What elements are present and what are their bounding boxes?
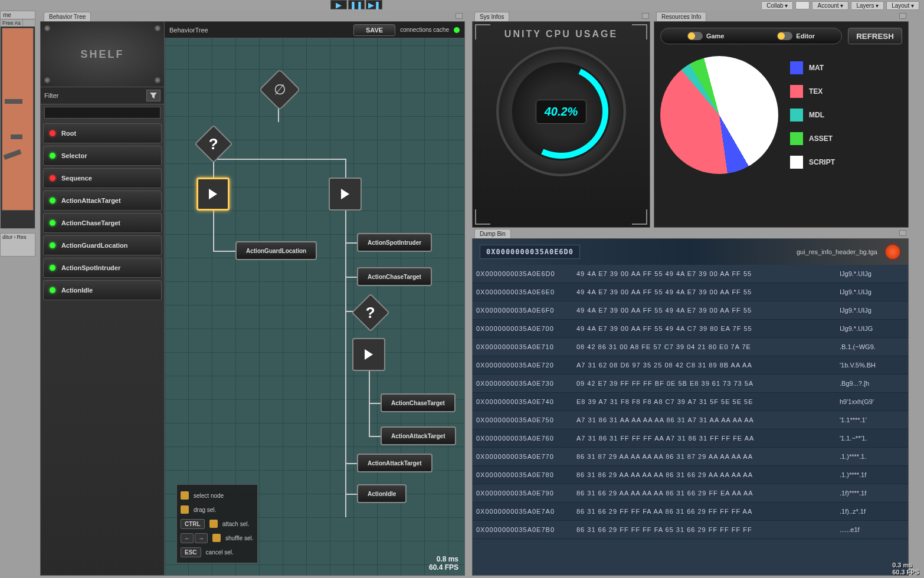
shelf-item-actionidle[interactable]: ActionIdle <box>43 280 162 300</box>
dump-addr: 0X0000000035A0E720 <box>476 362 571 369</box>
step-button[interactable]: ▶❚ <box>366 0 382 9</box>
mouse-drag-icon <box>181 505 189 514</box>
res-panel-menu[interactable] <box>899 13 906 19</box>
node-sequence-1[interactable] <box>196 178 230 211</box>
dump-row[interactable]: 0X0000000035A0E77086 31 87 29 AA AA AA A… <box>473 448 908 466</box>
account-menu[interactable]: Account ▾ <box>812 1 848 10</box>
shelf-item-label: ActionChaseTarget <box>61 219 120 226</box>
node-action-guard[interactable]: ActionGuardLocation <box>235 241 317 260</box>
node-action-spot[interactable]: ActionSpotIntruder <box>357 233 432 252</box>
legend-label: TEX <box>809 87 823 96</box>
filter-input[interactable] <box>44 107 160 119</box>
dump-rows[interactable]: 0X0000000035A0E6D049 4A E7 39 00 AA FF 5… <box>473 265 908 575</box>
dump-hex: 49 4A E7 39 00 AA FF 55 49 4A E7 39 00 A… <box>576 288 834 295</box>
shelf-item-label: Selector <box>61 152 87 159</box>
behavior-tree-tab[interactable]: Behavior Tree <box>44 12 91 21</box>
shelf-item-root[interactable]: Root <box>43 123 162 143</box>
bt-shelf: SHELF Filter RootSelectorSequenceActionA… <box>41 22 165 575</box>
dump-row[interactable]: 0X0000000035A0E71008 42 86 31 00 A8 FE 5… <box>473 338 908 356</box>
shelf-item-actionguardlocation[interactable]: ActionGuardLocation <box>43 235 162 255</box>
toggle-editor[interactable]: Editor <box>777 32 815 40</box>
dump-hex: 86 31 87 29 AA AA AA AA 86 31 87 29 AA A… <box>576 453 834 460</box>
dump-ascii: '1b.V.5%.BH <box>840 362 905 369</box>
dump-hex: 49 4A E7 39 00 AA FF 55 49 4A E7 39 00 A… <box>576 307 834 314</box>
pause-button[interactable]: ❚❚ <box>348 0 365 9</box>
reload-icon[interactable] <box>884 244 901 260</box>
dump-hex: 86 31 66 29 FF FF FF FA 65 31 66 29 FF F… <box>576 526 834 533</box>
bt-toolbar: BehaviorTree SAVE connections cache <box>165 22 464 38</box>
shelf-item-actionchasetarget[interactable]: ActionChaseTarget <box>43 213 162 233</box>
node-sequence-2[interactable] <box>329 178 362 211</box>
dump-ascii: IJg9.*.UIJg <box>840 270 905 277</box>
dump-row[interactable]: 0X0000000035A0E6D049 4A E7 39 00 AA FF 5… <box>473 265 908 283</box>
scene-tab[interactable]: me <box>1 11 35 19</box>
cloud-icon[interactable] <box>795 1 810 9</box>
refresh-button[interactable]: REFRESH <box>848 28 902 44</box>
play-button[interactable]: ▶ <box>330 0 347 9</box>
dump-ascii: ......e1f <box>840 526 905 533</box>
sys-title: UNITY CPU USAGE <box>504 22 618 47</box>
dump-panel-menu[interactable] <box>899 230 906 236</box>
res-tab[interactable]: Res <box>17 234 27 240</box>
dump-bin-tab[interactable]: Dump Bin <box>474 229 511 238</box>
resources-tab[interactable]: Resources Info <box>656 12 706 21</box>
dump-row[interactable]: 0X0000000035A0E79086 31 66 29 AA AA AA A… <box>473 484 908 503</box>
free-aspect[interactable]: Free As <box>1 19 23 27</box>
dump-ascii: '1.1****.1' <box>840 416 905 423</box>
dump-row[interactable]: 0X0000000035A0E73009 42 E7 39 FF FF FF B… <box>473 375 908 393</box>
toggle-game[interactable]: Game <box>687 32 725 40</box>
filter-icon[interactable] <box>146 90 160 101</box>
dump-hex: A7 31 86 31 FF FF FF AA A7 31 86 31 FF F… <box>576 435 834 442</box>
node-action-idle[interactable]: ActionIdle <box>357 484 407 503</box>
dump-hex: 49 4A E7 39 00 AA FF 55 49 4A C7 39 80 E… <box>576 325 834 332</box>
legend-label: MAT <box>809 64 824 72</box>
sys-panel-menu[interactable] <box>642 13 649 19</box>
legend-item-mat: MAT <box>790 61 835 74</box>
shelf-item-actionspotintruder[interactable]: ActionSpotIntruder <box>43 258 162 278</box>
dump-addr: 0X0000000035A0E760 <box>476 435 571 442</box>
dump-addr: 0X0000000035A0E730 <box>476 380 571 387</box>
shelf-item-actionattacktarget[interactable]: ActionAttackTarget <box>43 191 162 211</box>
save-button[interactable]: SAVE <box>353 24 395 36</box>
dump-row[interactable]: 0X0000000035A0E70049 4A E7 39 00 AA FF 5… <box>473 320 908 338</box>
dump-row[interactable]: 0X0000000035A0E750A7 31 86 31 AA AA AA A… <box>473 411 908 429</box>
bt-canvas[interactable]: BehaviorTree SAVE connections cache ∅ ? … <box>165 22 464 575</box>
resources-pie-chart <box>660 56 778 174</box>
shelf-item-selector[interactable]: Selector <box>43 146 162 166</box>
legend-swatch <box>790 109 803 121</box>
cache-status-icon <box>454 27 460 33</box>
dump-row[interactable]: 0X0000000035A0E740E8 39 A7 31 F8 F8 F8 A… <box>473 393 908 411</box>
dump-row[interactable]: 0X0000000035A0E760A7 31 86 31 FF FF FF A… <box>473 429 908 448</box>
dump-header: 0X0000000035A0E6D0 gui_res_info_header_b… <box>473 239 908 265</box>
node-sequence-3[interactable] <box>352 338 385 371</box>
node-action-chase-2[interactable]: ActionChaseTarget <box>381 393 456 412</box>
scene-view[interactable] <box>2 28 34 211</box>
dump-row[interactable]: 0X0000000035A0E7B086 31 66 29 FF FF FF F… <box>473 521 908 539</box>
dump-row[interactable]: 0X0000000035A0E6F049 4A E7 39 00 AA FF 5… <box>473 301 908 320</box>
node-action-attack-2[interactable]: ActionAttackTarget <box>357 454 432 472</box>
shelf-item-sequence[interactable]: Sequence <box>43 168 162 188</box>
bt-panel-menu[interactable] <box>456 13 463 19</box>
dump-row[interactable]: 0X0000000035A0E78086 31 86 29 AA AA AA A… <box>473 466 908 484</box>
dump-row[interactable]: 0X0000000035A0E7A086 31 66 29 FF FF FA A… <box>473 503 908 521</box>
status-dot-icon <box>50 287 55 293</box>
shelf-header: SHELF <box>41 22 164 87</box>
dump-row[interactable]: 0X0000000035A0E6E049 4A E7 39 00 AA FF 5… <box>473 283 908 301</box>
layers-menu[interactable]: Layers ▾ <box>851 1 884 10</box>
sys-infos-panel: UNITY CPU USAGE 40.2% <box>472 21 650 228</box>
editor-tab[interactable]: ditor <box>2 234 13 240</box>
arrow-left-key: ← <box>181 533 194 543</box>
dump-ascii: IJg9.*.UIJG <box>840 325 905 332</box>
legend-item-script: SCRIPT <box>790 156 835 169</box>
node-action-attack-1[interactable]: ActionAttackTarget <box>381 426 456 445</box>
dump-addr: 0X0000000035A0E6D0 <box>476 270 571 277</box>
bt-title: BehaviorTree <box>169 27 208 34</box>
node-action-chase[interactable]: ActionChaseTarget <box>357 267 432 286</box>
dump-row[interactable]: 0X0000000035A0E720A7 31 62 08 D6 97 35 2… <box>473 356 908 375</box>
status-dot-icon <box>50 130 55 136</box>
sys-infos-tab[interactable]: Sys Infos <box>474 12 509 21</box>
layout-menu[interactable]: Layout ▾ <box>886 1 919 10</box>
play-controls: ▶ ❚❚ ▶❚ <box>330 0 382 9</box>
collab-menu[interactable]: Collab ▾ <box>761 1 793 10</box>
status-dot-icon <box>50 198 55 203</box>
